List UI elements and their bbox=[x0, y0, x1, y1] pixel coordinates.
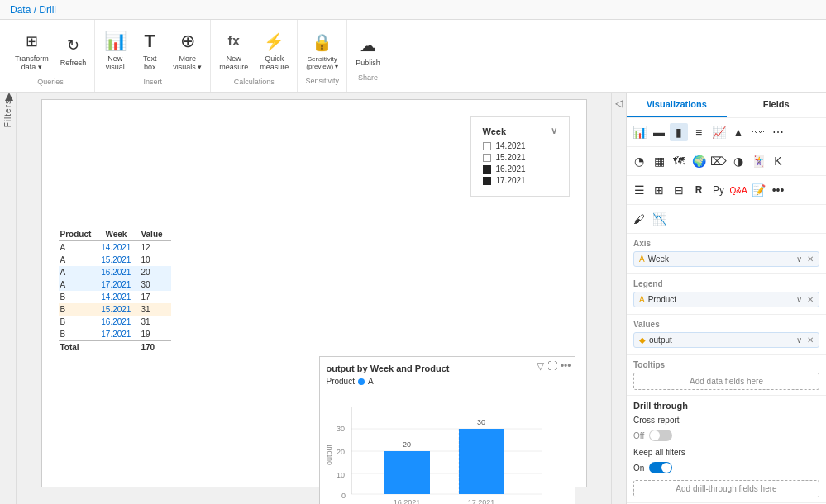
transform-data-button[interactable]: ⊞ Transformdata ▾ bbox=[10, 26, 54, 74]
col-week: Week bbox=[99, 228, 139, 241]
values-field-close[interactable]: ✕ bbox=[807, 335, 814, 345]
viz-icon-analytics[interactable]: 📉 bbox=[650, 210, 668, 228]
drill-through-title: Drill through bbox=[633, 401, 819, 411]
chart-more-icon[interactable]: ••• bbox=[561, 360, 571, 372]
filter-item-2: 16.2021 bbox=[483, 164, 557, 174]
tab-visualizations[interactable]: Visualizations bbox=[627, 93, 727, 117]
more-visuals-label: Morevisuals ▾ bbox=[173, 55, 202, 71]
tab-fields[interactable]: Fields bbox=[727, 93, 827, 117]
table-row: A 15.2021 10 bbox=[59, 254, 171, 266]
chart-legend: Product A bbox=[327, 377, 568, 386]
viz-icon-gauge[interactable]: ◑ bbox=[729, 152, 747, 170]
publish-icon: ☁ bbox=[356, 34, 380, 57]
viz-icon-funnel[interactable]: ⌦ bbox=[709, 152, 728, 170]
quick-measure-label: Quickmeasure bbox=[260, 55, 289, 71]
viz-icon-scatter[interactable]: ⋯ bbox=[769, 123, 787, 141]
viz-icon-ribbon[interactable]: 〰 bbox=[749, 123, 767, 141]
viz-icon-bar[interactable]: ▬ bbox=[650, 123, 668, 141]
right-panel: ◁ Visualizations Fields 📊 ▬ ▮ ≡ 📈 ▲ 〰 ⋯ bbox=[611, 93, 826, 504]
viz-icon-column[interactable]: ▮ bbox=[670, 123, 688, 141]
sensitivity-label: Sensitivity(preview) ▾ bbox=[306, 55, 338, 70]
table-row: B 15.2021 31 bbox=[59, 303, 171, 316]
breadcrumb-link[interactable]: Data / Drill bbox=[10, 4, 56, 16]
tooltips-add-field[interactable]: Add data fields here bbox=[633, 373, 819, 390]
values-section: Values ◆ output ∨ ✕ bbox=[627, 315, 826, 355]
table-row: A 17.2021 30 bbox=[59, 278, 171, 291]
legend-dropdown-chevron[interactable]: ∨ bbox=[796, 295, 802, 304]
viz-icon-filled-map[interactable]: 🌍 bbox=[690, 152, 708, 170]
chart-filter-icon[interactable]: ▽ bbox=[537, 360, 544, 372]
more-visuals-button[interactable]: ⊕ Morevisuals ▾ bbox=[168, 26, 207, 74]
filter-legend-chevron[interactable]: ∨ bbox=[551, 126, 557, 136]
filter-item-3: 17.2021 bbox=[483, 176, 557, 185]
svg-text:0: 0 bbox=[341, 492, 346, 500]
viz-icon-map[interactable]: 🗺 bbox=[670, 152, 688, 170]
filter-legend-title: Week ∨ bbox=[483, 126, 557, 136]
keep-filters-toggle[interactable] bbox=[649, 462, 672, 473]
table-row: B 17.2021 19 bbox=[59, 328, 171, 341]
sensitivity-section-label: Sensitivity bbox=[306, 77, 340, 85]
viz-icon-pie[interactable]: ◔ bbox=[630, 152, 648, 170]
viz-panel-collapse[interactable]: ◁ bbox=[615, 97, 623, 109]
viz-icon-area[interactable]: ▲ bbox=[729, 123, 747, 141]
transform-icon: ⊞ bbox=[20, 30, 43, 53]
transform-label: Transformdata ▾ bbox=[15, 55, 49, 71]
viz-icon-more[interactable]: ••• bbox=[769, 181, 787, 199]
cross-report-toggle[interactable] bbox=[649, 430, 672, 441]
publish-button[interactable]: ☁ Publish bbox=[351, 31, 385, 70]
viz-icon-slicer[interactable]: ☰ bbox=[630, 181, 648, 199]
right-panel-tabs: Visualizations Fields bbox=[627, 93, 826, 118]
sensitivity-button[interactable]: 🔒 Sensitivity(preview) ▾ bbox=[301, 27, 343, 74]
viz-icon-card[interactable]: 🃏 bbox=[749, 152, 767, 170]
new-visual-label: Newvisual bbox=[106, 55, 125, 71]
viz-icons-row-1: 📊 ▬ ▮ ≡ 📈 ▲ 〰 ⋯ bbox=[627, 118, 826, 147]
axis-field-icon: A bbox=[639, 254, 645, 264]
keep-filters-knob bbox=[661, 463, 671, 473]
bar-chart-svg: 0 10 20 30 output 20 bbox=[327, 391, 558, 504]
viz-icon-kpi[interactable]: K bbox=[769, 152, 787, 170]
legend-field-row: A Product ∨ ✕ bbox=[633, 292, 819, 307]
new-measure-button[interactable]: fx Newmeasure bbox=[214, 26, 253, 74]
filter-box-1 bbox=[483, 154, 491, 162]
legend-field-close[interactable]: ✕ bbox=[807, 295, 814, 304]
filters-toggle[interactable] bbox=[3, 91, 15, 104]
legend-section: Legend A Product ∨ ✕ bbox=[627, 274, 826, 315]
keep-filters-toggle-wrap: On bbox=[633, 462, 819, 473]
cross-report-row: Cross-report bbox=[633, 416, 819, 425]
bar-17-2021[interactable] bbox=[459, 429, 504, 494]
table-row: A 16.2021 20 bbox=[59, 266, 171, 278]
viz-icon-format[interactable]: 🖌 bbox=[630, 210, 648, 228]
refresh-button[interactable]: ↻ Refresh bbox=[55, 31, 92, 70]
viz-icon-bar-h[interactable]: ≡ bbox=[690, 123, 708, 141]
viz-icon-r[interactable]: R bbox=[690, 181, 708, 199]
svg-text:30: 30 bbox=[476, 418, 485, 426]
viz-icon-line[interactable]: 📈 bbox=[709, 123, 728, 141]
filter-box-3 bbox=[483, 177, 491, 185]
canvas-inner: Week ∨ 14.2021 15.2021 16.2021 17. bbox=[41, 99, 587, 487]
viz-icon-python[interactable]: Py bbox=[709, 181, 728, 199]
filter-box-0 bbox=[483, 142, 491, 150]
viz-icons-row-2: ◔ ▦ 🗺 🌍 ⌦ ◑ 🃏 K bbox=[627, 147, 826, 176]
values-dropdown-chevron[interactable]: ∨ bbox=[796, 335, 802, 345]
drill-add-field[interactable]: Add drill-through fields here bbox=[633, 480, 819, 497]
viz-icons-row-4: 🖌 📉 bbox=[627, 205, 826, 234]
filter-box-2 bbox=[483, 165, 491, 174]
axis-dropdown-chevron[interactable]: ∨ bbox=[796, 254, 802, 264]
axis-field-close[interactable]: ✕ bbox=[807, 254, 814, 264]
axis-field-row: A Week ∨ ✕ bbox=[633, 251, 819, 267]
viz-icon-table[interactable]: ⊞ bbox=[650, 181, 668, 199]
legend-field-icon: A bbox=[639, 295, 645, 304]
chart-expand-icon[interactable]: ⛶ bbox=[547, 360, 557, 372]
text-box-label: Textbox bbox=[143, 55, 157, 71]
viz-icon-qa[interactable]: Q&A bbox=[729, 181, 747, 199]
keep-filters-row: Keep all filters bbox=[633, 448, 819, 457]
viz-icon-treemap[interactable]: ▦ bbox=[650, 152, 668, 170]
quick-measure-button[interactable]: ⚡ Quickmeasure bbox=[255, 26, 294, 74]
bar-16-2021[interactable] bbox=[384, 451, 430, 494]
viz-icon-stacked-bar[interactable]: 📊 bbox=[630, 123, 648, 141]
viz-icon-matrix[interactable]: ⊟ bbox=[670, 181, 688, 199]
text-box-button[interactable]: T Textbox bbox=[133, 26, 166, 74]
viz-icon-smart-narrative[interactable]: 📝 bbox=[749, 181, 767, 199]
new-visual-button[interactable]: 📊 Newvisual bbox=[98, 26, 131, 74]
more-visuals-icon: ⊕ bbox=[176, 30, 199, 53]
